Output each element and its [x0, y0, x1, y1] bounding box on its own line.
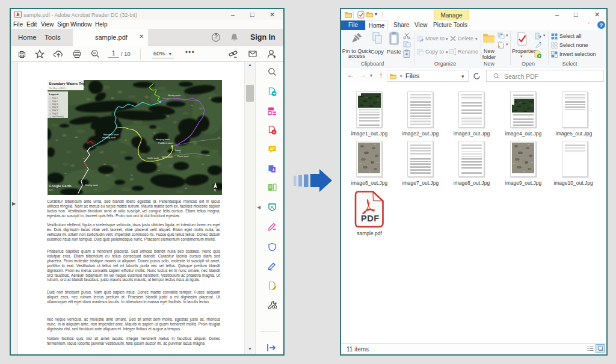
svg-text:△: △	[49, 103, 51, 105]
svg-text:No Map >48HOt: No Map >48HOt	[49, 87, 66, 90]
svg-text:Charley wash: Charley wash	[85, 184, 98, 187]
svg-text:PDF: PDF	[361, 214, 380, 223]
svg-text:Paddle-in warts: Paddle-in warts	[158, 142, 173, 144]
svg-text:N: N	[214, 189, 216, 192]
svg-text:morning wash: morning wash	[102, 137, 116, 139]
svg-text:Cattle wash: Cattle wash	[147, 157, 159, 159]
svg-text:Boundary Waters Trip: Boundary Waters Trip	[49, 82, 85, 85]
svg-text:Day 2: Day 2	[52, 100, 58, 102]
svg-text:△: △	[49, 97, 51, 99]
svg-text:△: △	[49, 116, 51, 118]
svg-text:Hanging warts: Hanging warts	[156, 138, 170, 141]
svg-text:△: △	[49, 106, 51, 108]
svg-text:△: △	[49, 109, 51, 111]
svg-text:Picnic want: Picnic want	[177, 155, 188, 158]
svg-text:Google Earth: Google Earth	[49, 184, 72, 188]
svg-text:200 m: 200 m	[49, 189, 54, 191]
svg-text:△: △	[49, 113, 51, 115]
svg-text:Legend: Legend	[49, 93, 59, 96]
svg-text:A: A	[271, 205, 274, 210]
svg-text:△: △	[49, 100, 51, 102]
svg-text:New mani wash: New mani wash	[103, 134, 119, 136]
svg-text:total Point(s): total Point(s)	[52, 116, 64, 118]
svg-text:Day 1: Day 1	[52, 97, 58, 99]
svg-text:Nearby warts: Nearby warts	[168, 94, 180, 97]
svg-text:Day 5: Day 5	[52, 109, 58, 111]
svg-text:Day 4: Day 4	[52, 106, 58, 108]
svg-text:Day 6: Day 6	[52, 113, 58, 115]
svg-text:wash wash: wash wash	[162, 156, 173, 158]
svg-text:I want: I want	[175, 149, 181, 152]
svg-text:Day 3: Day 3	[52, 103, 58, 105]
